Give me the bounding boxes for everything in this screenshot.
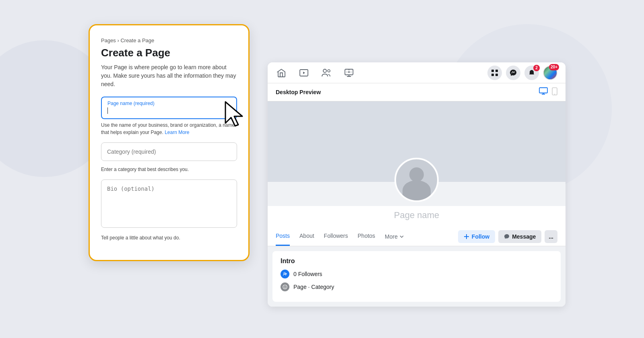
dashboard-icon[interactable] — [343, 67, 355, 78]
fb-nav-left — [276, 67, 355, 78]
page-tabs: Posts About Followers Photos More — [268, 227, 566, 246]
preview-header: Desktop Preview — [268, 83, 566, 101]
followers-count: 0 Followers — [293, 271, 322, 277]
device-toggle — [539, 87, 557, 97]
tabs-left: Posts About Followers Photos More — [276, 227, 404, 246]
category-input[interactable] — [101, 142, 237, 161]
messenger-icon[interactable] — [506, 66, 520, 80]
svg-rect-6 — [495, 70, 498, 72]
person-body — [402, 180, 431, 200]
user-avatar-nav[interactable]: 20+ — [543, 66, 557, 80]
fb-nav: 2 20+ — [268, 62, 566, 83]
bio-hint: Tell people a little about what you do. — [101, 234, 237, 241]
tab-more[interactable]: More — [385, 227, 404, 246]
cover-photo — [268, 101, 566, 182]
fb-nav-right: 2 20+ — [487, 66, 557, 80]
desktop-icon[interactable] — [539, 87, 548, 97]
more-chevron-icon — [399, 234, 404, 239]
message-icon — [504, 234, 510, 239]
category-text: Page · Category — [293, 284, 334, 290]
svg-point-1 — [323, 69, 326, 72]
category-info: Page · Category — [281, 282, 553, 291]
svg-point-11 — [554, 94, 555, 95]
message-button[interactable]: Message — [498, 230, 541, 243]
page-name-preview: Page name — [268, 206, 566, 227]
avatar-badge: 20+ — [549, 64, 559, 70]
category-hint: Enter a category that best describes you… — [101, 166, 237, 173]
person-head — [409, 167, 424, 182]
video-icon[interactable] — [298, 67, 310, 78]
bio-input-group — [101, 179, 237, 232]
svg-rect-8 — [495, 74, 498, 76]
svg-point-2 — [328, 70, 330, 72]
bio-textarea[interactable] — [101, 179, 237, 228]
page-title: Create a Page — [101, 47, 237, 59]
page-preview-content: Page name Posts About Followers Photos — [268, 101, 566, 307]
follow-button[interactable]: Follow — [458, 230, 495, 243]
svg-point-12 — [284, 272, 285, 274]
tab-posts[interactable]: Posts — [276, 227, 290, 246]
tab-photos[interactable]: Photos — [358, 227, 376, 246]
mobile-icon[interactable] — [552, 87, 557, 97]
bell-badge: 2 — [533, 65, 540, 71]
svg-rect-7 — [491, 74, 494, 76]
page-name-hint: Use the name of your business, brand or … — [101, 122, 237, 136]
breadcrumb: Pages › Create a Page — [101, 37, 237, 43]
more-options-button[interactable]: ... — [545, 230, 557, 243]
svg-rect-9 — [539, 88, 547, 93]
learn-more-link[interactable]: Learn More — [165, 130, 189, 135]
tab-followers[interactable]: Followers — [324, 227, 348, 246]
bell-icon[interactable]: 2 — [524, 66, 539, 80]
preview-panel: 2 20+ Desktop Preview — [268, 62, 566, 307]
create-page-panel: Pages › Create a Page Create a Page Your… — [89, 24, 250, 261]
profile-picture — [394, 158, 439, 202]
profile-pic-container — [394, 158, 439, 202]
category-input-group — [101, 142, 237, 163]
info-icon — [281, 282, 289, 291]
page-name-input-wrapper[interactable]: Page name (required) — [101, 97, 237, 119]
svg-point-14 — [285, 286, 285, 286]
intro-title: Intro — [281, 258, 553, 265]
page-description: Your Page is where people go to learn mo… — [101, 63, 237, 89]
page-action-buttons: Follow Message ... — [458, 230, 557, 243]
grid-icon[interactable] — [487, 66, 502, 80]
default-avatar — [396, 159, 437, 200]
follow-icon — [464, 234, 469, 239]
followers-icon — [281, 270, 289, 278]
tab-about[interactable]: About — [299, 227, 314, 246]
group-icon[interactable] — [321, 67, 332, 78]
svg-point-4 — [348, 71, 350, 73]
preview-title-text: Desktop Preview — [276, 89, 321, 95]
home-icon[interactable] — [276, 67, 287, 78]
page-name-label: Page name (required) — [107, 101, 231, 106]
intro-section: Intro 0 Followers — [272, 251, 561, 302]
svg-rect-5 — [491, 70, 494, 72]
text-cursor — [107, 107, 108, 114]
followers-info: 0 Followers — [281, 270, 553, 278]
